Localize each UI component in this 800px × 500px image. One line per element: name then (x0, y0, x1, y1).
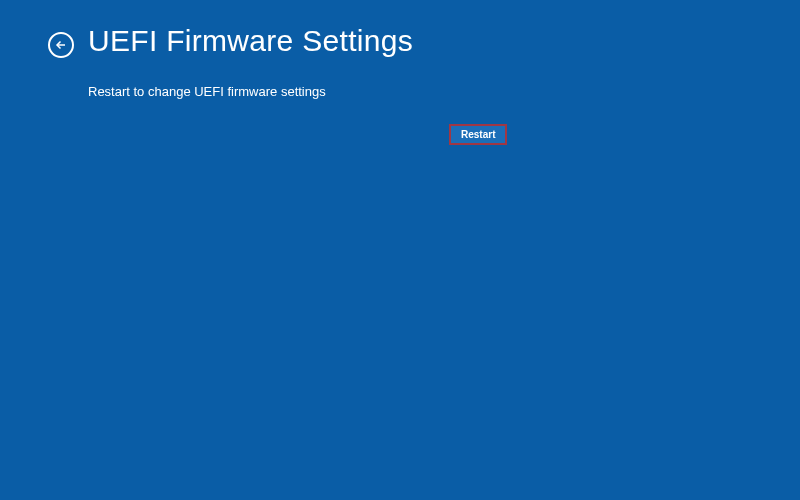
page-header: UEFI Firmware Settings (0, 0, 800, 58)
description-text: Restart to change UEFI firmware settings (88, 84, 800, 99)
restart-button[interactable]: Restart (449, 124, 507, 145)
back-button[interactable] (48, 32, 74, 58)
back-arrow-icon (55, 39, 67, 51)
page-title: UEFI Firmware Settings (88, 24, 413, 58)
content-area: Restart to change UEFI firmware settings (0, 58, 800, 99)
